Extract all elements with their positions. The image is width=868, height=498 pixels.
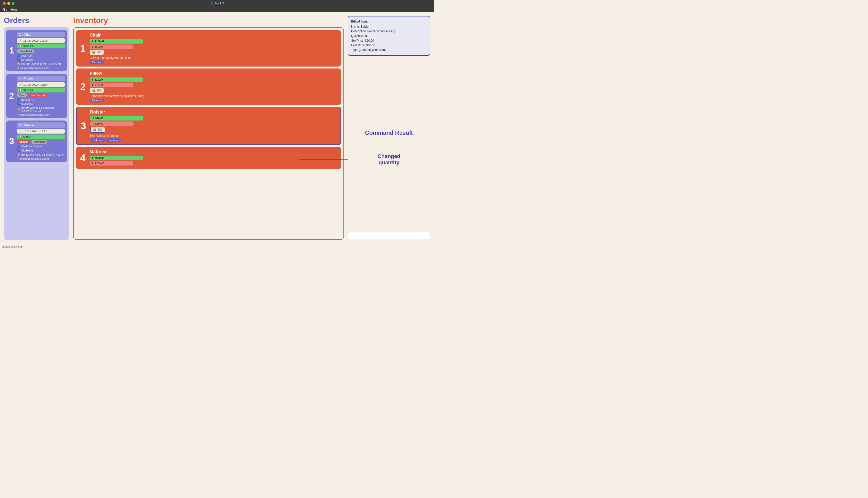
order-email-2: ✉ berniceyu@example.com [17, 113, 65, 116]
order-details-2: 4 * Pillow 🕐 12 Oct 2022 <12:15> 💵 $119.… [17, 76, 65, 116]
command-result-label: Command Result [365, 130, 413, 136]
inv-tags-1: Furniture [90, 61, 339, 64]
inv-qty-bar-3: 📦 500 [90, 127, 105, 133]
inventory-item-2[interactable]: 2 Pillow ⬆ $29.99 ⬇ $14.99 [76, 68, 341, 105]
order-title-1: 2 * Chair [17, 32, 65, 37]
phone-icon: 📞 [17, 102, 20, 105]
inv-cost-bar-3: ⬇ $10.00 [90, 121, 134, 126]
inventory-item-4[interactable]: 4 Mattress ⬆ $500.00 ⬇ $200.00 [76, 147, 341, 169]
order-number-2: 2 [8, 76, 15, 116]
order-address-2: 🏠 Blk 30 Lorong 3 Serangoon Gardens, #07… [17, 106, 65, 112]
inv-tag-bedroom: Bedroom [90, 99, 104, 102]
badge-undelivered: Undelivered [28, 93, 47, 97]
box-icon: 📦 [92, 51, 95, 54]
maximize-button[interactable] [12, 2, 14, 5]
email-icon: ✉ [17, 113, 19, 116]
inv-details-4: Mattress ⬆ $500.00 ⬇ $200.00 [90, 149, 339, 167]
arrow-up-icon: ⬆ [91, 157, 94, 160]
order-price-3: 💵 $60.00 [17, 134, 65, 139]
order-badges-1: Completed [17, 49, 65, 53]
statusbar: /data/trackO.json [0, 244, 434, 249]
status-path: /data/trackO.json [2, 245, 23, 248]
inv-sell-row-3: ⬆ $20.00 [90, 116, 338, 120]
inv-cost-row-1: ⬇ $80.50 [90, 44, 339, 49]
window-controls[interactable] [3, 2, 14, 5]
inv-qty-bar-2: 📦 300 [90, 88, 104, 93]
item-name-detail: Name: Bolster [351, 24, 427, 29]
clock-icon: 🕐 [19, 39, 22, 42]
inv-desc-2: Ergonomic with recycled polystyrene fill… [90, 94, 339, 98]
command-input[interactable] [348, 232, 430, 240]
menubar: File Help [0, 7, 434, 12]
inv-cost-bar-4: ⬇ $200.00 [90, 161, 133, 166]
order-phone-1: 📞 87438807 [17, 58, 65, 61]
inv-sell-row-2: ⬆ $29.99 [90, 77, 339, 82]
order-details-1: 2 * Chair 🕐 11 Oct 2022 <11:42> 💵 $299.9… [17, 32, 65, 69]
badge-paid: Paid [17, 93, 27, 97]
badge-completed: Completed [17, 49, 34, 53]
inventory-list: 1 Chair ⬆ $149.99 ⬇ $80.50 [73, 27, 344, 240]
email-icon: ✉ [17, 157, 19, 160]
inventory-title: Inventory [73, 16, 344, 25]
inv-name-4: Mattress [90, 149, 339, 154]
inventory-item-3[interactable]: 3 Bolster ⬆ $20.00 ⬇ $10.00 [76, 107, 341, 145]
inv-qty-bar-1: 📦 300 [90, 50, 104, 55]
home-icon: 🏠 [17, 108, 20, 111]
arrow-down-icon: ⬇ [91, 162, 94, 165]
arrow-up-icon: ⬆ [92, 117, 94, 120]
order-title-3: 3 * Bolster [17, 122, 65, 128]
inv-name-3: Bolster [90, 109, 338, 115]
home-icon: 🏠 [17, 62, 20, 65]
inv-cost-bar-1: ⬇ $80.50 [90, 44, 133, 49]
inv-number-4: 4 [78, 149, 87, 167]
order-date-3: 🕐 13 Oct 2022 <13:12> [17, 129, 65, 134]
inv-desc-3: Premium cotton filling [90, 134, 338, 137]
item-cost-detail: Cost Price: $10.00 [351, 43, 427, 48]
order-phone-2: 📞 99272758 [17, 102, 65, 105]
item-qty-detail: Quantity: 500 [351, 34, 427, 38]
inv-cost-row-2: ⬇ $14.99 [90, 83, 339, 87]
inv-sell-bar-3: ⬆ $20.00 [90, 116, 143, 120]
email-icon: ✉ [17, 66, 19, 69]
inv-tags-2: Bedroom [90, 99, 339, 102]
minimize-button[interactable] [7, 2, 10, 5]
order-email-3: ✉ charlotte@example.com [17, 157, 65, 160]
arrow-up-icon: ⬆ [91, 78, 94, 81]
order-customer-2: 👤 Bernice Yu [17, 98, 65, 101]
clock-icon: 🕐 [19, 130, 22, 133]
inventory-panel: Inventory 1 Chair ⬆ $149.99 ⬇ [73, 16, 344, 240]
menu-file[interactable]: File [2, 8, 7, 11]
order-title-2: 4 * Pillow [17, 76, 65, 81]
person-icon: 👤 [17, 98, 20, 101]
orders-list: 1 2 * Chair 🕐 11 Oct 2022 <11:42> 💵 $299… [4, 27, 69, 240]
order-item-2[interactable]: 2 4 * Pillow 🕐 12 Oct 2022 <12:15> 💵 $11… [6, 74, 67, 118]
person-icon: 👤 [17, 145, 20, 148]
box-icon: 📦 [92, 89, 95, 92]
order-phone-3: 📞 93210283 [17, 149, 65, 152]
inv-tags-3: Bedroom Premium [90, 139, 338, 142]
inv-cost-row-4: ⬇ $200.00 [90, 161, 339, 166]
arrow-down-icon: ⬇ [92, 122, 94, 125]
order-price-2: 💵 $119.96 [17, 88, 65, 92]
close-button[interactable] [3, 2, 6, 5]
inv-tag-furniture: Furniture [90, 61, 104, 64]
menu-help[interactable]: Help [11, 8, 17, 11]
orders-panel: Orders 1 2 * Chair 🕐 11 Oct 2022 <11:42>… [4, 16, 69, 240]
order-item-3[interactable]: 3 3 * Bolster 🕐 13 Oct 2022 <13:12> 💵 $6… [6, 120, 67, 162]
order-details-3: 3 * Bolster 🕐 13 Oct 2022 <13:12> 💵 $60.… [17, 122, 65, 160]
badge-delivered: Delivered [31, 140, 47, 144]
order-badges-3: Unpaid Delivered [17, 140, 65, 144]
order-item-1[interactable]: 1 2 * Chair 🕐 11 Oct 2022 <11:42> 💵 $299… [6, 30, 67, 71]
order-customer-3: 👤 Charlotte Oliveiro [17, 145, 65, 148]
inv-cost-bar-2: ⬇ $14.99 [90, 83, 133, 87]
inventory-item-1[interactable]: 1 Chair ⬆ $149.99 ⬇ $80.50 [76, 30, 341, 67]
item-sell-detail: Sell Price: $20.00 [351, 38, 427, 43]
inv-name-1: Chair [90, 33, 339, 38]
window-title: 🎵 TrackO [210, 2, 224, 5]
badge-unpaid: Unpaid [17, 140, 30, 144]
money-icon: 💵 [19, 44, 22, 48]
arrow-down-icon: ⬇ [91, 83, 94, 87]
inv-number-2: 2 [78, 71, 87, 102]
order-number-1: 1 [8, 32, 15, 69]
item-desc-detail: Description: Premium cotton filling [351, 29, 427, 34]
